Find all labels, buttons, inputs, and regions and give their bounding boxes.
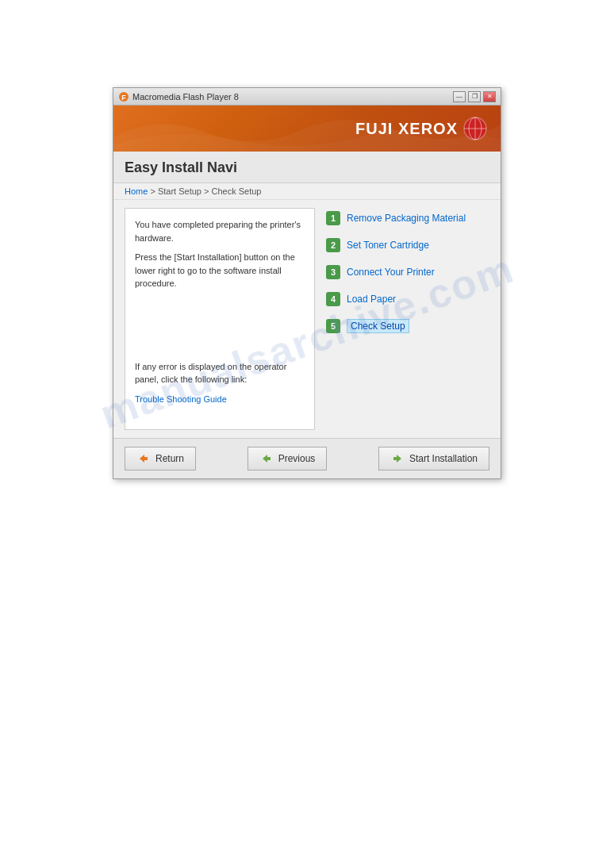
step-link-4[interactable]: Load Paper — [347, 294, 396, 305]
step-link-1[interactable]: Remove Packaging Material — [347, 213, 466, 224]
previous-label: Previous — [278, 453, 316, 464]
brand-header: FUJI XEROX — [113, 106, 501, 152]
breadcrumb: Home > Start Setup > Check Setup — [113, 183, 501, 200]
svg-marker-9 — [393, 455, 401, 463]
window-title: Macromedia Flash Player 8 — [132, 92, 239, 102]
breadcrumb-home[interactable]: Home — [125, 186, 148, 196]
step-item-2: 2Set Toner Cartridge — [326, 238, 489, 252]
return-icon — [136, 451, 151, 466]
breadcrumb-start-setup: Start Setup — [158, 186, 201, 196]
trouble-shooting-link[interactable]: Trouble Shooting Guide — [135, 394, 227, 404]
svg-marker-8 — [263, 455, 271, 463]
xerox-globe-icon — [462, 116, 488, 141]
svg-marker-7 — [140, 455, 148, 463]
step-item-5: 5Check Setup — [326, 319, 489, 333]
start-label: Start Installation — [409, 453, 478, 464]
left-paragraph-2: Press the [Start Installation] button on… — [135, 251, 305, 290]
left-error-note: If any error is displayed on the operato… — [135, 360, 305, 386]
right-panel: 1Remove Packaging Material2Set Toner Car… — [326, 208, 489, 430]
main-content: You have completed preparing the printer… — [113, 200, 501, 438]
step-number-3: 3 — [326, 265, 340, 279]
application-window: F Macromedia Flash Player 8 — ❐ ✕ FUJI X… — [113, 87, 501, 479]
step-number-1: 1 — [326, 211, 340, 225]
title-bar: F Macromedia Flash Player 8 — ❐ ✕ — [113, 88, 501, 106]
step-link-2[interactable]: Set Toner Cartridge — [347, 240, 429, 251]
step-item-4: 4Load Paper — [326, 292, 489, 306]
breadcrumb-sep2: > — [201, 186, 212, 196]
title-bar-controls: — ❐ ✕ — [453, 91, 496, 102]
start-installation-button[interactable]: Start Installation — [378, 447, 489, 470]
start-icon — [390, 451, 405, 466]
step-number-4: 4 — [326, 292, 340, 306]
left-paragraph-1: You have completed preparing the printer… — [135, 218, 305, 244]
app-title: Easy Install Navi — [125, 159, 489, 176]
breadcrumb-current: Check Setup — [211, 186, 261, 196]
step-link-3[interactable]: Connect Your Printer — [347, 267, 435, 278]
breadcrumb-sep1: > — [148, 186, 158, 196]
app-title-bar: Easy Install Navi — [113, 152, 501, 183]
close-button[interactable]: ✕ — [483, 91, 496, 102]
minimize-button[interactable]: — — [453, 91, 466, 102]
title-bar-left: F Macromedia Flash Player 8 — [118, 91, 239, 102]
step-item-1: 1Remove Packaging Material — [326, 211, 489, 225]
step-number-2: 2 — [326, 238, 340, 252]
left-panel: You have completed preparing the printer… — [125, 208, 315, 430]
step-number-5: 5 — [326, 319, 340, 333]
brand-text: FUJI XEROX — [355, 120, 458, 138]
step-item-3: 3Connect Your Printer — [326, 265, 489, 279]
svg-text:F: F — [121, 94, 126, 102]
previous-button[interactable]: Previous — [248, 447, 328, 470]
flash-icon: F — [118, 91, 129, 102]
return-label: Return — [155, 453, 184, 464]
previous-icon — [259, 451, 274, 466]
restore-button[interactable]: ❐ — [468, 91, 481, 102]
brand-logo: FUJI XEROX — [355, 116, 488, 141]
step-link-5[interactable]: Check Setup — [347, 319, 409, 333]
footer: Return Previous Start Installation — [113, 438, 501, 478]
return-button[interactable]: Return — [125, 447, 196, 470]
